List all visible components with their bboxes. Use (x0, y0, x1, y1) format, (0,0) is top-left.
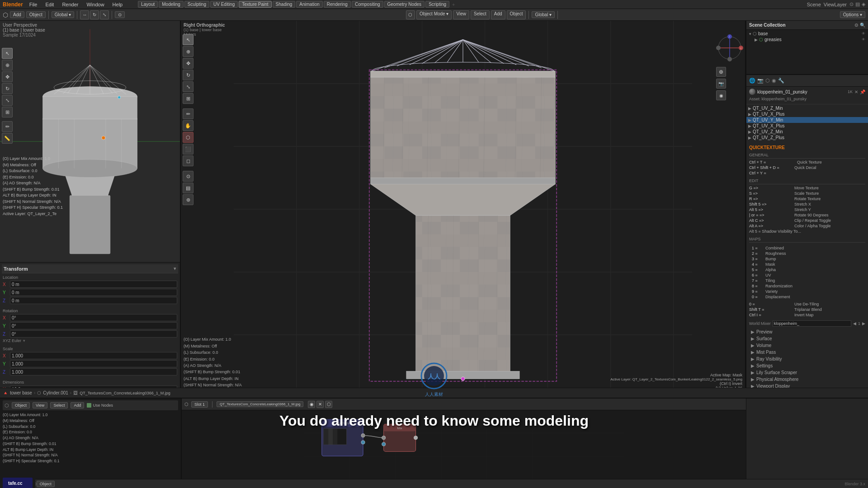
node-icon-2[interactable]: ✕ (316, 401, 324, 408)
map-item-5[interactable]: ▶ QT_UV_Z_Plus (746, 135, 868, 141)
add-btn2[interactable]: Add (491, 10, 505, 19)
map-item-1[interactable]: ▶ QT_UV_X_Plus (746, 111, 868, 117)
bl-use-nodes-check[interactable] (87, 403, 91, 408)
menu-file[interactable]: File (28, 2, 39, 7)
addon-mist[interactable]: ▶ Mist Pass (749, 349, 865, 356)
loc-x-input[interactable] (10, 281, 177, 288)
proportional-edit[interactable]: ⊙ (115, 11, 125, 18)
addon-volume[interactable]: ▶ Volume (749, 342, 865, 349)
center-grab-btn[interactable]: ✋ (183, 120, 193, 131)
center-transform-btn[interactable]: ⊞ (183, 93, 193, 104)
rot-z-input[interactable] (10, 330, 177, 338)
addon-settings[interactable]: ▶ Settings (749, 362, 865, 369)
options-btn[interactable]: Options ▾ (840, 11, 865, 18)
workspace-rendering[interactable]: Rendering (324, 1, 351, 8)
menu-help[interactable]: Help (111, 2, 125, 7)
scale-z-input[interactable] (10, 368, 177, 375)
workspace-animation[interactable]: Animation (296, 1, 322, 8)
center-extra-btn2[interactable]: ▤ (183, 183, 193, 193)
map-item-4[interactable]: ▶ QT_UV_Z_Min (746, 129, 868, 135)
object-mode-label[interactable]: Object Mode ▾ (416, 10, 452, 19)
prop-scene-icon[interactable]: 🌐 (749, 78, 755, 84)
select-btn[interactable]: Select (471, 10, 490, 19)
move-tool-btn[interactable]: ✥ (2, 71, 13, 82)
object-mode-select[interactable]: Object (26, 11, 46, 18)
tree-base-visibility[interactable]: 👁 (862, 32, 865, 36)
navigation-gizmo[interactable]: Z X (716, 34, 743, 61)
center-3d-viewport[interactable]: Right Orthographic (1) base | tower base… (181, 21, 746, 398)
center-annotate-btn[interactable]: ✏ (183, 108, 193, 119)
material-pin-btn[interactable]: 📌 (860, 89, 865, 94)
workspace-texture-paint[interactable]: Texture Paint (239, 1, 271, 8)
global-select[interactable]: Global ▾ (52, 11, 75, 18)
menu-edit[interactable]: Edit (43, 2, 56, 7)
global-btn2[interactable]: Global ▾ (532, 11, 555, 18)
prop-render-icon[interactable]: 📷 (757, 78, 764, 84)
breadcrumb-item-1[interactable]: tower base (10, 390, 32, 395)
transform-tool-btn[interactable]: ⊞ (2, 107, 13, 117)
world-mixer-input[interactable] (773, 320, 851, 327)
object-mode-icon[interactable]: ⬡ (406, 10, 415, 19)
world-mixer-arrow-left[interactable]: ◀ (853, 321, 856, 326)
transform-panel-header[interactable]: Transform ▾ (2, 264, 178, 273)
loc-y-input[interactable] (10, 289, 177, 296)
center-extra-btn1[interactable]: ⊙ (183, 171, 193, 182)
center-cursor-btn[interactable]: ⊕ (183, 46, 193, 57)
workspace-shading[interactable]: Shading (273, 1, 296, 8)
menu-window[interactable]: Window (85, 2, 106, 7)
view-btn[interactable]: View (453, 10, 469, 19)
move-icon[interactable]: ↔ (80, 10, 89, 19)
workspace-geometry[interactable]: Geometry Nodes (384, 1, 425, 8)
addon-surface[interactable]: ▶ Surface (749, 335, 865, 342)
map-item-0[interactable]: ▶ QT_UV_Z_Min (746, 105, 868, 111)
menu-render[interactable]: Render (60, 2, 80, 7)
bl-select-btn[interactable]: Select (50, 402, 68, 408)
scale-x-input[interactable] (10, 352, 177, 359)
center-select-btn[interactable]: ↖ (183, 34, 193, 45)
rotate-icon[interactable]: ↻ (90, 10, 99, 19)
center-paint-btn[interactable]: ⬡ (183, 132, 193, 143)
scale-icon[interactable]: ⤡ (100, 10, 109, 19)
workspace-scripting[interactable]: Scripting (425, 1, 449, 8)
map-item-3[interactable]: ▶ QT_UV_X_Plus (746, 123, 868, 129)
breadcrumb-item-3[interactable]: QT_TexturesCom_ConcreteLeaking0366_1_M.j… (80, 391, 170, 395)
center-fill-btn[interactable]: ⬛ (183, 144, 193, 155)
addon-ray[interactable]: ▶ Ray Visibility (749, 356, 865, 362)
scene-search-icon[interactable]: 🔍 (860, 23, 865, 28)
euler-expand-icon[interactable]: ▾ (23, 338, 25, 343)
workspace-modeling[interactable]: Modeling (159, 1, 184, 8)
shading-mode-btn[interactable]: ◉ (716, 90, 726, 100)
rotate-tool-btn[interactable]: ↻ (2, 83, 13, 94)
select-tool-btn[interactable]: ↖ (2, 48, 13, 59)
camera-view-btn[interactable]: 📷 (716, 79, 726, 89)
tree-item-greasies[interactable]: ▶ ⬡ greasies 👁 (753, 37, 867, 42)
status-object-mode[interactable]: Object (37, 481, 55, 487)
prop-object-icon[interactable]: ⬡ (765, 78, 770, 84)
object-btn[interactable]: Object (507, 10, 526, 19)
map-item-2[interactable]: ▶ QT_UV_Y_Min (746, 117, 868, 123)
bl-object-mode[interactable]: Object (12, 402, 30, 408)
node-canvas[interactable]: Image Texture (182, 410, 746, 479)
breadcrumb-item-2[interactable]: Cylinder.001 (43, 390, 68, 395)
addon-lily[interactable]: ▶ Lily Surface Scraper (749, 369, 865, 376)
addon-physical[interactable]: ▶ Physical Atmosphere (749, 376, 865, 383)
zoom-fit-btn[interactable]: ⊕ (716, 67, 726, 77)
workspace-uv[interactable]: UV Editing (210, 1, 238, 8)
center-erase-btn[interactable]: ◻ (183, 155, 193, 166)
material-x-btn[interactable]: ✕ (854, 89, 858, 94)
measure-btn[interactable]: 📏 (2, 133, 13, 144)
scale-y-input[interactable] (10, 360, 177, 367)
bl-add-btn[interactable]: Add (71, 402, 84, 408)
scale-tool-btn[interactable]: ⤡ (2, 95, 13, 106)
rot-x-input[interactable] (10, 314, 177, 321)
bl-view-btn[interactable]: View (33, 402, 47, 408)
addon-preview[interactable]: ▶ Preview (749, 328, 865, 335)
add-btn[interactable]: Add (10, 11, 24, 18)
node-texture-name[interactable]: QT_TexturesCom_ConcreteLeaking0366_1_M.j… (217, 401, 303, 407)
annotate-btn[interactable]: ✏ (2, 121, 13, 132)
prop-material-icon[interactable]: ◉ (772, 78, 776, 84)
center-rotate-btn[interactable]: ↻ (183, 70, 193, 80)
prop-modifier-icon[interactable]: 🔧 (778, 78, 784, 84)
left-3d-viewport[interactable]: User Perspective (1) base | tower base S… (0, 21, 180, 262)
node-slot-label[interactable]: Slot 1 (191, 401, 208, 408)
